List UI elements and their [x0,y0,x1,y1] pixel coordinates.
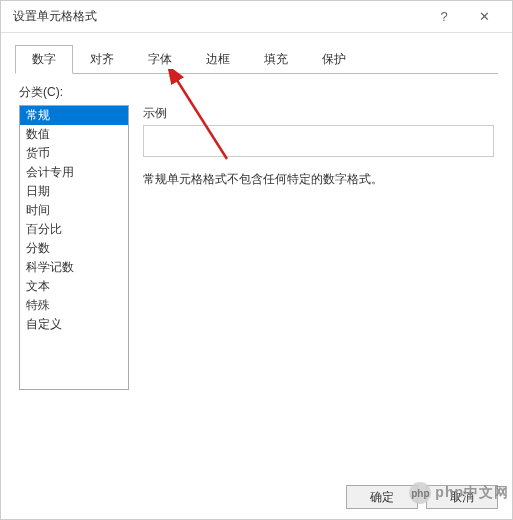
tab-alignment[interactable]: 对齐 [73,45,131,74]
list-item[interactable]: 日期 [20,182,128,201]
list-item[interactable]: 时间 [20,201,128,220]
titlebar: 设置单元格格式 ? ✕ [1,1,512,33]
list-item[interactable]: 数值 [20,125,128,144]
tab-fill[interactable]: 填充 [247,45,305,74]
tab-border[interactable]: 边框 [189,45,247,74]
example-label: 示例 [143,105,494,122]
list-item[interactable]: 常规 [20,106,128,125]
list-item[interactable]: 文本 [20,277,128,296]
list-item[interactable]: 特殊 [20,296,128,315]
example-preview [143,125,494,157]
main-row: 常规 数值 货币 会计专用 日期 时间 百分比 分数 科学记数 文本 特殊 自定… [19,105,494,390]
tab-body: 分类(C): 常规 数值 货币 会计专用 日期 时间 百分比 分数 科学记数 文… [15,74,498,394]
ok-button[interactable]: 确定 [346,485,418,509]
list-item[interactable]: 科学记数 [20,258,128,277]
dialog-title: 设置单元格格式 [13,8,424,25]
tab-font[interactable]: 字体 [131,45,189,74]
tab-protection[interactable]: 保护 [305,45,363,74]
category-listbox[interactable]: 常规 数值 货币 会计专用 日期 时间 百分比 分数 科学记数 文本 特殊 自定… [19,105,129,390]
list-item[interactable]: 自定义 [20,315,128,334]
format-cells-dialog: 设置单元格格式 ? ✕ 数字 对齐 字体 边框 填充 保护 分类(C): [0,0,513,520]
button-row: 确定 取消 [346,485,498,509]
list-item[interactable]: 货币 [20,144,128,163]
dialog-content: 数字 对齐 字体 边框 填充 保护 分类(C): 常规 数值 [1,33,512,519]
help-button[interactable]: ? [424,3,464,31]
tab-strip: 数字 对齐 字体 边框 填充 保护 [15,45,498,74]
format-description: 常规单元格格式不包含任何特定的数字格式。 [143,171,494,188]
list-item[interactable]: 分数 [20,239,128,258]
close-button[interactable]: ✕ [464,3,504,31]
tab-number[interactable]: 数字 [15,45,73,74]
cancel-button[interactable]: 取消 [426,485,498,509]
right-panel: 示例 常规单元格格式不包含任何特定的数字格式。 [143,105,494,390]
list-item[interactable]: 百分比 [20,220,128,239]
category-label: 分类(C): [19,84,494,101]
list-item[interactable]: 会计专用 [20,163,128,182]
